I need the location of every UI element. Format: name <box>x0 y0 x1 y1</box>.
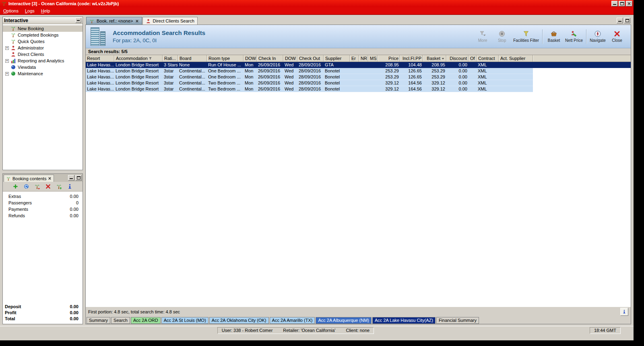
bottom-tab-acc-2a-st-louis-mo[interactable]: Acc 2A St Louis (MO) <box>161 317 208 324</box>
summary-row-total: Total0.00 <box>5 315 78 321</box>
table-cell <box>359 68 368 74</box>
column-header-board[interactable]: Board <box>178 55 207 62</box>
bottom-tab-financial-summary[interactable]: Financial Summary <box>436 317 479 324</box>
table-cell <box>368 80 378 86</box>
column-header-room-type[interactable]: Room type <box>207 55 244 62</box>
booking-row-extras[interactable]: Extras0.00 <box>3 193 83 200</box>
close-window-button[interactable] <box>626 1 632 6</box>
search-results-count-bar: Search results: 5/5 <box>86 48 631 55</box>
delete-button[interactable] <box>45 183 52 190</box>
menu-item-help[interactable]: Help <box>38 8 54 14</box>
status-client: Client: none <box>346 328 369 333</box>
column-header-dow[interactable]: DOW <box>244 55 257 62</box>
bottom-tab-acc-2a-oklahoma-city-ok[interactable]: Acc 2A Oklahoma City (OK) <box>209 317 269 324</box>
column-header-er[interactable]: Er <box>350 55 359 62</box>
booking-row-refunds[interactable]: Refunds0.00 <box>3 212 83 219</box>
panel-minimize-button[interactable] <box>68 175 74 181</box>
expand-icon[interactable]: + <box>5 72 9 76</box>
bottom-tab-acc-2a-ord[interactable]: Acc 2A ORD <box>131 317 161 324</box>
close-button[interactable]: Close <box>609 30 625 43</box>
table-cell: Lake Havas... <box>86 74 114 80</box>
doc-restore-button[interactable] <box>624 18 630 23</box>
sidebar-item-administrator[interactable]: +Administrator <box>3 45 83 51</box>
column-header-price[interactable]: Price <box>378 55 400 62</box>
column-header-supplier[interactable]: Supplier <box>324 55 350 62</box>
doc-tab-book-ref-none[interactable]: Book. ref.: <none> <box>86 17 142 25</box>
interactive-panel: Interactive New BookingCompleted Booking… <box>2 16 83 170</box>
column-header-of[interactable]: Of <box>469 55 477 62</box>
menu-item-logs[interactable]: Logs <box>22 8 38 14</box>
doc-minimize-button[interactable] <box>617 18 623 23</box>
booking-contents-tab[interactable]: Booking contents <box>4 175 54 182</box>
table-row[interactable]: Lake Havas...London Bridge Resort3starCo… <box>86 86 533 92</box>
table-row[interactable]: Lake Havas...London Bridge Resort3 Stars… <box>86 62 631 68</box>
export-booking-button[interactable] <box>56 183 63 190</box>
info-button[interactable] <box>66 183 74 190</box>
booking-row-payments[interactable]: Payments0.00 <box>3 206 83 212</box>
column-header-basket[interactable]: Basket <box>423 55 446 62</box>
expand-icon[interactable]: + <box>5 46 9 50</box>
window-bottom-edge <box>0 334 634 340</box>
close-small-icon[interactable] <box>135 19 139 23</box>
column-header-incl-fl-pp[interactable]: Incl.Fl.PP <box>400 55 423 62</box>
sidebar-item-reporting-and-analytics[interactable]: +Reporting and Analytics <box>3 58 83 64</box>
collapse-panel-button[interactable] <box>75 18 81 23</box>
booking-row-passengers[interactable]: Passengers0 <box>3 200 83 206</box>
column-header-ms[interactable]: MS <box>368 55 378 62</box>
table-cell <box>350 80 359 86</box>
close-panel-icon[interactable] <box>48 177 52 180</box>
column-header-act-supplier[interactable]: Act. Supplier <box>499 55 533 62</box>
sidebar-item-quick-quotes[interactable]: Quick Quotes <box>3 38 83 45</box>
navigate-button[interactable]: Navigate <box>590 30 606 43</box>
booking-contents-toolbar <box>3 182 83 192</box>
menu-item-options[interactable]: Options <box>0 8 22 14</box>
sidebar-item-new-booking[interactable]: New Booking <box>3 25 83 32</box>
sidebar-item-direct-clients[interactable]: Direct Clients <box>3 51 83 58</box>
bottom-tab-summary[interactable]: Summary <box>87 317 110 324</box>
expand-icon[interactable]: + <box>5 59 9 63</box>
info-button[interactable] <box>620 308 628 316</box>
column-header-label: Er <box>351 56 356 61</box>
table-cell: Wed <box>283 62 297 68</box>
building-tower-2 <box>100 31 105 46</box>
add-booking-item-button[interactable] <box>12 183 19 190</box>
panel-maximize-button[interactable] <box>75 175 82 181</box>
bottom-tab-acc-2a-amarillo-tx[interactable]: Acc 2A Amarillo (TX) <box>270 317 315 324</box>
sidebar-item-label: Completed Bookings <box>18 33 59 37</box>
table-cell: 28/09/2016 <box>297 80 324 86</box>
doc-tab-direct-clients-search[interactable]: Direct Clients Search <box>142 17 198 25</box>
column-header-check-in[interactable]: Check In <box>257 55 283 62</box>
table-row[interactable]: Lake Havas...London Bridge Resort3starCo… <box>86 68 533 74</box>
transfer-booking-button[interactable] <box>34 183 41 190</box>
column-header-dow[interactable]: DOW <box>283 55 297 62</box>
table-row[interactable]: Lake Havas...London Bridge Resort3starCo… <box>86 74 533 80</box>
column-header-nr[interactable]: NR <box>359 55 368 62</box>
sidebar-item-completed-bookings[interactable]: Completed Bookings <box>3 32 83 38</box>
sidebar-item-maintenance[interactable]: +Maintenance <box>3 70 83 77</box>
table-cell: 26/09/2016 <box>257 74 283 80</box>
facilities-filter-button[interactable]: Facilities Filter <box>513 30 539 43</box>
table-cell: 3star <box>163 80 178 86</box>
column-header-contract[interactable]: Contract <box>477 55 499 62</box>
table-row[interactable]: Lake Havas...London Bridge Resort3starCo… <box>86 80 533 86</box>
column-header-discount[interactable]: Discount <box>446 55 469 62</box>
bottom-tab-search[interactable]: Search <box>111 317 130 324</box>
column-header-rati[interactable]: Rati... <box>163 55 178 62</box>
column-header-check-out[interactable]: Check Out <box>297 55 324 62</box>
maximize-button[interactable] <box>619 1 625 6</box>
table-cell: Lake Havas... <box>86 86 114 92</box>
table-cell: One Bedroom ... <box>207 68 244 74</box>
minimize-icon <box>70 178 73 179</box>
chart-icon <box>10 58 16 64</box>
basket-button[interactable]: Basket <box>546 30 562 43</box>
nett-price-button[interactable]: Nett Price <box>565 30 583 43</box>
filter-icon <box>522 30 530 37</box>
refresh-button[interactable] <box>23 183 30 190</box>
bottom-tab-acc-2a-albuquerque-nm[interactable]: Acc 2A Albuquerque (NM) <box>316 317 372 324</box>
column-header-resort[interactable]: Resort <box>86 55 114 62</box>
sidebar-item-viewdata[interactable]: Viewdata <box>3 64 83 70</box>
table-cell: Continental... <box>178 74 207 80</box>
bottom-tab-acc-2a-lake-havasu-city-az[interactable]: Acc 2A Lake Havasu City(AZ) <box>372 317 436 324</box>
minimize-button[interactable] <box>611 1 618 6</box>
column-header-accommodation[interactable]: Accommodation <box>114 55 163 62</box>
